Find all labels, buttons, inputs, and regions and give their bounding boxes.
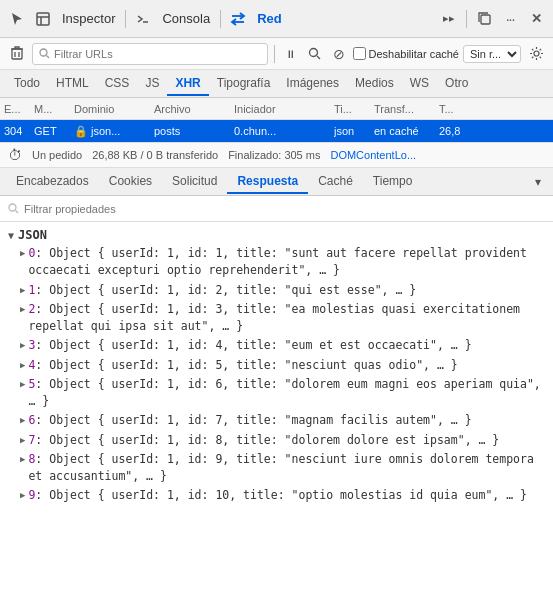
json-list-item[interactable]: ▶ 7: Object { userId: 1, id: 8, title: "… xyxy=(0,431,553,450)
tab-ws[interactable]: WS xyxy=(402,72,437,96)
json-list-item[interactable]: ▶ 3: Object { userId: 1, id: 4, title: "… xyxy=(0,336,553,355)
stats-bar: ⏱ Un pedido 26,88 KB / 0 B transferido F… xyxy=(0,142,553,168)
json-list-item[interactable]: ▶ 5: Object { userId: 1, id: 6, title: "… xyxy=(0,375,553,412)
json-item-content: 5: Object { userId: 1, id: 6, title: "do… xyxy=(28,376,553,411)
json-item-content: 4: Object { userId: 1, id: 5, title: "ne… xyxy=(28,357,553,374)
stats-size: 26,88 KB / 0 B transferido xyxy=(92,149,218,161)
json-list-item[interactable]: ▶ 2: Object { userId: 1, id: 3, title: "… xyxy=(0,300,553,337)
json-item-arrow[interactable]: ▶ xyxy=(20,414,25,428)
tab-tipografia[interactable]: Tipografía xyxy=(209,72,279,96)
filter-properties-input[interactable] xyxy=(24,203,545,215)
filter-props-search-icon xyxy=(8,203,19,214)
clock-icon: ⏱ xyxy=(8,147,22,163)
svg-line-11 xyxy=(47,56,50,59)
tab-respuesta[interactable]: Respuesta xyxy=(227,170,308,194)
red-label[interactable]: Red xyxy=(253,9,286,28)
request-method: GET xyxy=(34,125,74,137)
table-header: E... M... Dominio Archivo Iniciador Ti..… xyxy=(0,98,553,120)
col-header-m: M... xyxy=(34,103,74,115)
json-item-content: 0: Object { userId: 1, id: 1, title: "su… xyxy=(28,245,553,280)
separator-1 xyxy=(125,10,126,28)
cursor-icon[interactable] xyxy=(6,8,28,30)
throttle-select[interactable]: Sin r... xyxy=(463,45,521,63)
json-list-item[interactable]: ▶ 1: Object { userId: 1, id: 2, title: "… xyxy=(0,281,553,300)
filter-block-icon[interactable]: ⊘ xyxy=(329,44,349,64)
tab-html[interactable]: HTML xyxy=(48,72,97,96)
json-item-arrow[interactable]: ▶ xyxy=(20,359,25,373)
tab-cookies[interactable]: Cookies xyxy=(99,170,162,194)
json-section-toggle[interactable]: ▼ xyxy=(8,230,14,241)
col-header-transf: Transf... xyxy=(374,103,439,115)
dots-icon[interactable]: ··· xyxy=(499,8,521,30)
svg-line-13 xyxy=(317,56,320,59)
json-item-arrow[interactable]: ▶ xyxy=(20,453,25,467)
tab-css[interactable]: CSS xyxy=(97,72,138,96)
svg-rect-7 xyxy=(12,49,22,59)
tab-todo[interactable]: Todo xyxy=(6,72,48,96)
stats-domcontent[interactable]: DOMContentLo... xyxy=(330,149,416,161)
tab-medios[interactable]: Medios xyxy=(347,72,402,96)
network-arrows-icon[interactable] xyxy=(227,8,249,30)
filter-props-bar xyxy=(0,196,553,222)
tab-encabezados[interactable]: Encabezados xyxy=(6,170,99,194)
top-toolbar: Inspector Consola Red ▸▸ ··· ✕ xyxy=(0,0,553,38)
request-row[interactable]: 304 GET 🔒 json... posts 0.chun... json e… xyxy=(0,120,553,142)
inspector-label: Inspector xyxy=(58,9,119,28)
tab-cache[interactable]: Caché xyxy=(308,170,363,194)
filter-search-icon[interactable] xyxy=(305,44,325,64)
json-item-arrow[interactable]: ▶ xyxy=(20,247,25,261)
svg-rect-6 xyxy=(481,15,490,24)
json-item-arrow[interactable]: ▶ xyxy=(20,434,25,448)
json-item-arrow[interactable]: ▶ xyxy=(20,339,25,353)
trash-icon[interactable] xyxy=(6,43,28,65)
filter-urls-input[interactable] xyxy=(54,48,261,60)
col-header-e: E... xyxy=(4,103,34,115)
json-list-item[interactable]: ▶ 0: Object { userId: 1, id: 1, title: "… xyxy=(0,244,553,281)
consola-label[interactable]: Consola xyxy=(158,9,214,28)
disable-cache-label: Deshabilitar caché xyxy=(369,48,460,60)
disable-cache-checkbox[interactable] xyxy=(353,47,366,60)
filter-pause-icon[interactable]: ⏸ xyxy=(281,44,301,64)
col-header-initiator: Iniciador xyxy=(234,103,334,115)
json-list-item[interactable]: ▶ 4: Object { userId: 1, id: 5, title: "… xyxy=(0,356,553,375)
copy-panel-icon[interactable] xyxy=(473,8,495,30)
console-icon[interactable] xyxy=(132,8,154,30)
json-item-content: 1: Object { userId: 1, id: 2, title: "qu… xyxy=(28,282,553,299)
svg-point-14 xyxy=(534,51,539,56)
request-initiator: 0.chun... xyxy=(234,125,334,137)
request-type: json xyxy=(334,125,374,137)
json-list-item[interactable]: ▶ 6: Object { userId: 1, id: 7, title: "… xyxy=(0,411,553,430)
tab-otro[interactable]: Otro xyxy=(437,72,476,96)
json-item-arrow[interactable]: ▶ xyxy=(20,378,25,392)
svg-point-12 xyxy=(310,49,318,57)
json-section-label: JSON xyxy=(18,228,47,242)
json-item-arrow[interactable]: ▶ xyxy=(20,489,25,503)
detail-tab-down-arrow[interactable]: ▾ xyxy=(529,171,547,193)
json-item-content: 9: Object { userId: 1, id: 10, title: "o… xyxy=(28,487,553,504)
tab-solicitud[interactable]: Solicitud xyxy=(162,170,227,194)
more-tools-icon[interactable]: ▸▸ xyxy=(438,8,460,30)
tab-js[interactable]: JS xyxy=(137,72,167,96)
separator-3 xyxy=(466,10,467,28)
json-item-content: 2: Object { userId: 1, id: 3, title: "ea… xyxy=(28,301,553,336)
json-item-arrow[interactable]: ▶ xyxy=(20,284,25,298)
svg-rect-0 xyxy=(37,13,49,25)
json-item-arrow[interactable]: ▶ xyxy=(20,303,25,317)
filter-input-wrap[interactable] xyxy=(32,43,268,65)
json-list-item[interactable]: ▶ 8: Object { userId: 1, id: 9, title: "… xyxy=(0,450,553,487)
json-item-content: 6: Object { userId: 1, id: 7, title: "ma… xyxy=(28,412,553,429)
tab-xhr[interactable]: XHR xyxy=(167,72,208,96)
inspector-panel-icon[interactable] xyxy=(32,8,54,30)
svg-point-15 xyxy=(9,204,16,211)
json-list-item[interactable]: ▶ 9: Object { userId: 1, id: 10, title: … xyxy=(0,486,553,505)
request-time: 26,8 xyxy=(439,125,549,137)
close-icon[interactable]: ✕ xyxy=(525,8,547,30)
json-item-content: 8: Object { userId: 1, id: 9, title: "ne… xyxy=(28,451,553,486)
settings-gear-icon[interactable] xyxy=(525,43,547,65)
tab-imagenes[interactable]: Imágenes xyxy=(278,72,347,96)
json-panel[interactable]: ▼ JSON ▶ 0: Object { userId: 1, id: 1, t… xyxy=(0,222,553,601)
request-domain: 🔒 json... xyxy=(74,125,154,138)
json-item-content: 7: Object { userId: 1, id: 8, title: "do… xyxy=(28,432,553,449)
json-section-header: ▼ JSON xyxy=(0,226,553,244)
tab-tiempo[interactable]: Tiempo xyxy=(363,170,423,194)
